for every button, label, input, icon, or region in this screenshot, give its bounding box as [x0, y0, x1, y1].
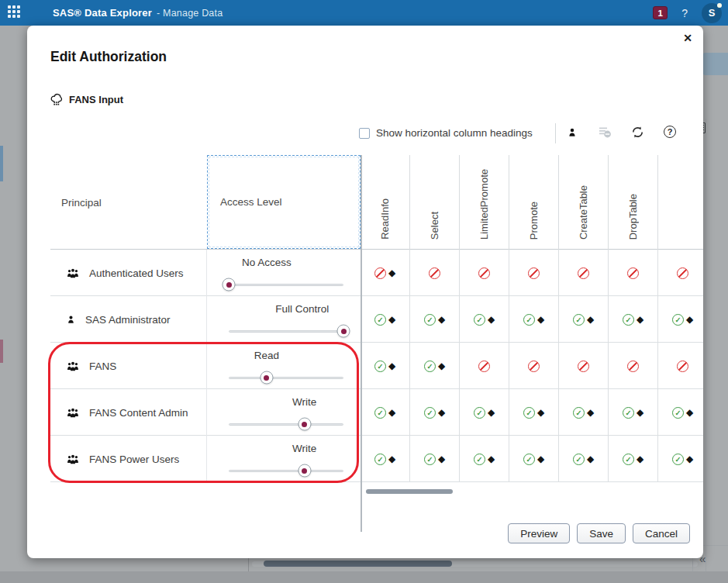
column-header-createtable[interactable]: CreateTable	[559, 155, 609, 250]
application-topbar: SAS® Data Explorer- Manage Data 1 ? S	[0, 0, 728, 26]
permission-cell-createtable[interactable]	[559, 250, 609, 296]
access-level-label: Write	[292, 443, 316, 454]
principal-cell[interactable]: FANS Content Admin	[50, 389, 207, 436]
group-icon	[67, 268, 79, 278]
access-level-cell: Read	[207, 343, 361, 389]
permission-cell-promote[interactable]	[509, 296, 559, 343]
column-header-partial	[658, 155, 703, 250]
permission-cell-readinfo[interactable]	[361, 389, 410, 436]
column-header-readinfo[interactable]: ReadInfo	[361, 155, 410, 250]
principal-cell[interactable]: FANS	[50, 343, 207, 389]
permission-cell-limitedpromote[interactable]	[460, 389, 509, 436]
table-header-row: Principal Access Level ReadInfo Select L…	[50, 155, 703, 250]
permission-cell-promote[interactable]	[509, 250, 559, 296]
access-level-label: No Access	[242, 257, 292, 268]
slider-thumb[interactable]	[260, 371, 273, 385]
column-header-limitedpromote[interactable]: LimitedPromote	[460, 155, 509, 250]
permission-cell-select[interactable]	[410, 389, 460, 436]
close-icon[interactable]: ✕	[680, 30, 695, 46]
slider-track[interactable]	[229, 423, 343, 426]
slider-track[interactable]	[229, 284, 343, 286]
permission-cell-partial[interactable]	[658, 343, 703, 389]
frozen-pane-separator	[361, 155, 362, 532]
permission-cell-createtable[interactable]	[559, 436, 609, 482]
permission-cell-droptable[interactable]	[609, 250, 658, 296]
principal-name: FANS Content Admin	[89, 407, 188, 419]
column-header-select[interactable]: Select	[410, 155, 460, 250]
dialog-help-button[interactable]: ?	[663, 125, 677, 139]
slider-track[interactable]	[229, 330, 343, 333]
toolbar-divider	[555, 123, 556, 143]
access-level-slider[interactable]: Write	[229, 436, 343, 482]
permission-cell-readinfo[interactable]	[361, 436, 410, 482]
permission-cell-limitedpromote[interactable]	[460, 343, 509, 389]
permission-cell-partial[interactable]	[658, 389, 703, 436]
remove-principal-button[interactable]	[598, 125, 612, 139]
background-accent	[0, 340, 3, 363]
access-level-slider[interactable]: Read	[229, 343, 343, 389]
permission-cell-droptable[interactable]	[609, 343, 658, 389]
user-avatar[interactable]: S	[702, 3, 722, 23]
access-level-slider[interactable]: Write	[229, 389, 343, 436]
permission-cell-promote[interactable]	[509, 436, 559, 482]
group-icon	[67, 454, 79, 464]
permission-cell-select[interactable]	[410, 343, 460, 389]
access-level-slider[interactable]: No Access	[229, 250, 343, 296]
principal-name: Authenticated Users	[89, 267, 184, 279]
principal-name: SAS Administrator	[85, 314, 171, 326]
permission-cell-droptable[interactable]	[609, 296, 658, 343]
permission-cell-readinfo[interactable]	[361, 343, 410, 389]
checkbox-box[interactable]	[359, 128, 370, 139]
principal-cell[interactable]: SAS Administrator	[50, 296, 207, 343]
app-context: - Manage Data	[157, 8, 223, 19]
permission-cell-select[interactable]	[410, 296, 460, 343]
slider-track[interactable]	[229, 377, 343, 379]
permission-cell-promote[interactable]	[509, 389, 559, 436]
add-principal-button[interactable]	[565, 125, 579, 139]
permission-cell-readinfo[interactable]	[361, 250, 410, 296]
group-icon	[67, 408, 79, 418]
access-level-column-header[interactable]: Access Level	[207, 155, 361, 249]
notifications-badge[interactable]: 1	[653, 6, 668, 19]
principal-cell[interactable]: FANS Power Users	[50, 436, 207, 482]
help-icon[interactable]: ?	[681, 7, 688, 19]
permission-cell-partial[interactable]	[658, 250, 703, 296]
slider-thumb[interactable]	[298, 418, 311, 431]
column-header-droptable[interactable]: DropTable	[609, 155, 658, 250]
permission-cell-droptable[interactable]	[609, 436, 658, 482]
permission-cell-limitedpromote[interactable]	[460, 296, 509, 343]
permission-cell-createtable[interactable]	[559, 389, 609, 436]
background-button	[702, 53, 728, 75]
access-level-slider[interactable]: Full Control	[229, 296, 343, 343]
preview-button[interactable]: Preview	[508, 523, 570, 543]
object-label: FANS Input	[50, 93, 123, 105]
permission-cell-limitedpromote[interactable]	[460, 250, 509, 296]
principal-cell[interactable]: Authenticated Users	[50, 250, 207, 296]
permission-cell-partial[interactable]	[658, 436, 703, 482]
permission-cell-createtable[interactable]	[559, 343, 609, 389]
permission-cell-partial[interactable]	[658, 296, 703, 343]
principal-column-header[interactable]: Principal	[50, 155, 207, 250]
permission-cell-promote[interactable]	[509, 343, 559, 389]
access-level-cell: No Access	[207, 250, 361, 296]
permission-cell-select[interactable]	[410, 436, 460, 482]
object-name: FANS Input	[69, 94, 123, 105]
permission-cell-droptable[interactable]	[609, 389, 658, 436]
slider-track[interactable]	[229, 470, 343, 472]
permission-cell-readinfo[interactable]	[361, 296, 410, 343]
group-icon	[67, 361, 79, 371]
access-level-cell: Write	[207, 389, 361, 436]
apps-menu-icon[interactable]	[8, 5, 23, 21]
slider-thumb[interactable]	[298, 464, 311, 478]
cancel-button[interactable]: Cancel	[633, 523, 690, 543]
slider-thumb[interactable]	[337, 325, 350, 338]
save-button[interactable]: Save	[577, 523, 626, 543]
table-horizontal-scrollbar[interactable]	[366, 489, 453, 494]
permission-cell-limitedpromote[interactable]	[460, 436, 509, 482]
show-horizontal-headings-checkbox[interactable]: Show horizontal column headings	[359, 127, 533, 139]
permission-cell-createtable[interactable]	[559, 296, 609, 343]
column-header-promote[interactable]: Promote	[509, 155, 559, 250]
permission-cell-select[interactable]	[410, 250, 460, 296]
slider-thumb[interactable]	[223, 278, 236, 292]
reset-button[interactable]	[630, 125, 644, 139]
